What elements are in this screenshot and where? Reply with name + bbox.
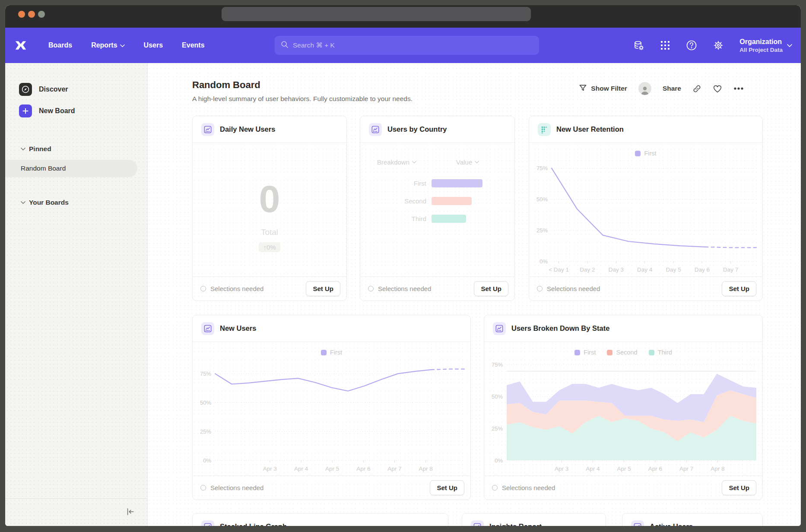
- svg-text:Day 3: Day 3: [609, 266, 624, 273]
- global-search[interactable]: [275, 36, 539, 55]
- value-bar: [432, 215, 466, 223]
- data-management-icon[interactable]: [633, 40, 644, 51]
- set-up-button[interactable]: Set Up: [722, 480, 756, 495]
- page-description: A high-level summary of user behaviors. …: [192, 95, 413, 103]
- svg-text:75%: 75%: [536, 165, 548, 171]
- set-up-button[interactable]: Set Up: [306, 281, 340, 296]
- svg-text:Apr 4: Apr 4: [586, 466, 600, 472]
- status-selections-needed: Selections needed: [200, 484, 263, 491]
- radio-circle-icon: [537, 286, 543, 291]
- svg-text:Day 6: Day 6: [695, 266, 710, 273]
- card-title: New Users: [220, 324, 256, 332]
- browser-window: Boards Reports Users Events: [5, 5, 801, 526]
- table-row: Second: [360, 197, 472, 205]
- window-close-button[interactable]: [18, 11, 25, 18]
- settings-gear-icon[interactable]: [713, 40, 724, 51]
- sidebar-footer: [5, 498, 147, 526]
- show-filter-button[interactable]: Show Filter: [579, 84, 627, 94]
- insights-chart-icon: [471, 520, 484, 526]
- chevron-down-icon: [21, 201, 25, 204]
- legend-entry: First: [635, 150, 656, 157]
- card-new-user-retention: New User Retention First 0%25%50%75%< Da…: [529, 116, 763, 301]
- mixpanel-logo-icon[interactable]: [15, 39, 28, 52]
- svg-text:0%: 0%: [539, 258, 548, 265]
- card-title: Stacked Line Graph: [220, 522, 287, 526]
- svg-text:25%: 25%: [536, 227, 548, 234]
- sidebar-section-your-boards[interactable]: Your Boards: [5, 196, 147, 209]
- legend-swatch: [649, 350, 654, 355]
- search-input[interactable]: [293, 41, 533, 49]
- card-title: Users by Country: [387, 125, 447, 133]
- legend-swatch: [574, 350, 580, 355]
- card-title: Users Broken Down By State: [511, 324, 609, 332]
- svg-text:25%: 25%: [200, 428, 211, 435]
- metric-delta-badge: ↑0%: [259, 242, 280, 252]
- filter-funnel-icon: [579, 84, 587, 94]
- copy-link-icon[interactable]: [692, 84, 701, 93]
- sidebar-item-new-board[interactable]: New Board: [5, 101, 147, 121]
- apps-grid-icon[interactable]: [660, 40, 670, 51]
- nav-users[interactable]: Users: [144, 41, 163, 49]
- nav-reports[interactable]: Reports: [91, 41, 124, 49]
- favorite-heart-icon[interactable]: [713, 84, 722, 93]
- board-main: Random Board A high-level summary of use…: [148, 63, 801, 526]
- svg-text:Day 5: Day 5: [666, 266, 681, 273]
- svg-text:Day 2: Day 2: [580, 266, 595, 273]
- board-actions: Show Filter Share: [579, 82, 744, 95]
- svg-text:50%: 50%: [492, 393, 503, 400]
- card-stacked-line-graph: Stacked Line Graph: [192, 513, 448, 526]
- more-options-icon[interactable]: [733, 87, 744, 90]
- window-zoom-button[interactable]: [38, 11, 45, 18]
- org-switcher[interactable]: Organization All Project Data: [739, 38, 792, 53]
- new-board-label: New Board: [39, 107, 75, 115]
- address-bar[interactable]: [222, 7, 531, 21]
- insights-chart-icon: [201, 123, 214, 136]
- chart-legend: FirstSecondThird: [484, 348, 762, 357]
- org-project: All Project Data: [739, 47, 783, 53]
- radio-circle-icon: [200, 286, 206, 291]
- value-column-dropdown[interactable]: Value: [456, 158, 479, 166]
- set-up-button[interactable]: Set Up: [722, 281, 756, 296]
- legend-entry: Third: [649, 349, 672, 356]
- sidebar-item-discover[interactable]: Discover: [5, 79, 147, 99]
- svg-text:Apr 7: Apr 7: [679, 466, 693, 472]
- collapse-sidebar-icon[interactable]: [126, 507, 135, 518]
- svg-text:Apr 4: Apr 4: [294, 466, 308, 472]
- nav-boards[interactable]: Boards: [48, 41, 72, 49]
- sidebar-section-pinned[interactable]: Pinned: [5, 142, 147, 155]
- status-selections-needed: Selections needed: [200, 285, 263, 292]
- help-icon[interactable]: [686, 40, 697, 51]
- chart-legend: First: [529, 149, 762, 158]
- sidebar-item-random-board[interactable]: Random Board: [5, 160, 137, 177]
- share-button[interactable]: Share: [663, 85, 681, 92]
- card-title: New User Retention: [556, 125, 624, 133]
- set-up-button[interactable]: Set Up: [430, 480, 464, 495]
- window-minimize-button[interactable]: [28, 11, 35, 18]
- avatar[interactable]: [638, 82, 651, 95]
- insights-chart-icon: [369, 123, 382, 136]
- radio-circle-icon: [492, 485, 498, 491]
- radio-circle-icon: [200, 485, 206, 491]
- legend-swatch: [607, 350, 612, 355]
- navbar-right: Organization All Project Data: [633, 38, 792, 53]
- set-up-button[interactable]: Set Up: [474, 281, 508, 296]
- status-selections-needed: Selections needed: [492, 484, 555, 491]
- radio-circle-icon: [368, 286, 374, 291]
- status-selections-needed: Selections needed: [537, 285, 600, 292]
- svg-text:0%: 0%: [203, 457, 211, 464]
- svg-text:Apr 5: Apr 5: [617, 466, 631, 472]
- insights-chart-icon: [201, 520, 214, 526]
- insights-chart-icon: [493, 322, 506, 335]
- compass-icon: [19, 83, 32, 96]
- nav-events[interactable]: Events: [182, 41, 204, 49]
- card-insights-report: Insights Report: [462, 513, 606, 526]
- card-title: Daily New Users: [220, 125, 275, 133]
- legend-entry: Second: [607, 349, 637, 356]
- breakdown-column-dropdown[interactable]: Breakdown: [377, 158, 416, 166]
- legend-swatch: [635, 151, 641, 156]
- svg-text:Apr 5: Apr 5: [325, 466, 339, 472]
- sidebar: Discover New Board Pinned Random Board: [5, 63, 148, 526]
- card-title: Insights Report: [489, 522, 542, 526]
- org-name: Organization: [739, 38, 783, 46]
- retention-line-chart: 0%25%50%75%< Day 1Day 2Day 3Day 4Day 5Da…: [529, 158, 762, 275]
